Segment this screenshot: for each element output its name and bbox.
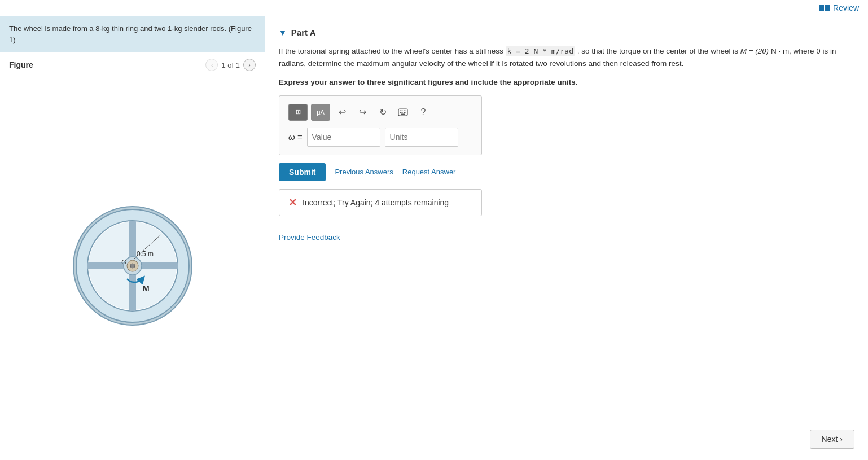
svg-rect-16	[402, 112, 403, 113]
request-answer-link[interactable]: Request Answer	[402, 168, 456, 176]
svg-rect-12	[402, 110, 403, 111]
unit-button[interactable]: μA	[311, 104, 330, 121]
figure-header: Figure ‹ 1 of 1 ›	[9, 59, 256, 71]
redo-button[interactable]: ↪	[354, 104, 371, 121]
svg-rect-11	[400, 110, 401, 111]
figure-section: Figure ‹ 1 of 1 ›	[0, 52, 265, 460]
input-row: ω =	[288, 128, 472, 147]
error-message: Incorrect; Try Again; 4 attempts remaini…	[303, 198, 449, 207]
help-button[interactable]: ?	[415, 104, 432, 121]
error-box: ✕ Incorrect; Try Again; 4 attempts remai…	[279, 189, 482, 216]
right-panel: ▼ Part A If the torsional spring attache…	[265, 16, 868, 460]
svg-rect-17	[404, 112, 405, 113]
matrix-icon: ⊞	[296, 108, 301, 116]
answer-box: ⊞ μA ↩ ↪ ↻	[279, 95, 482, 155]
units-input[interactable]	[385, 128, 458, 147]
instruction-text: Express your answer to three significant…	[279, 78, 578, 86]
center-label: O	[121, 257, 127, 266]
problem-text-box: The wheel is made from a 8-kg thin ring …	[0, 16, 265, 52]
review-label: Review	[833, 3, 859, 12]
review-icon	[819, 5, 830, 11]
undo-button[interactable]: ↩	[334, 104, 350, 121]
figure-nav: ‹ 1 of 1 ›	[205, 59, 256, 71]
figure-next-button[interactable]: ›	[243, 59, 256, 71]
unit-icon: μA	[317, 109, 325, 116]
next-chevron-icon: ›	[840, 435, 843, 444]
torque-formula: M = (2θ)	[740, 47, 769, 55]
wheel-svg: O 0.5 m M	[68, 201, 198, 331]
wheel-diagram: O 0.5 m M	[9, 78, 256, 453]
answer-instruction: Express your answer to three significant…	[279, 76, 854, 89]
stiffness-formula: k = 2 N * m/rad	[506, 46, 575, 56]
problem-description: If the torsional spring attached to the …	[279, 45, 854, 69]
figure-pagination: 1 of 1	[221, 61, 240, 69]
omega-label: ω =	[288, 132, 303, 142]
part-collapse-arrow[interactable]: ▼	[279, 28, 287, 37]
svg-rect-18	[406, 112, 407, 113]
problem-text: The wheel is made from a 8-kg thin ring …	[9, 24, 252, 44]
part-header: ▼ Part A	[279, 28, 854, 37]
next-button[interactable]: Next ›	[810, 430, 854, 449]
svg-rect-14	[406, 110, 407, 111]
svg-rect-19	[401, 113, 405, 115]
help-icon: ?	[421, 107, 426, 117]
svg-rect-13	[404, 110, 405, 111]
torque-label: M	[143, 284, 150, 293]
feedback-link[interactable]: Provide Feedback	[279, 233, 340, 242]
svg-point-8	[130, 264, 135, 268]
svg-rect-15	[400, 112, 401, 113]
error-icon: ✕	[288, 196, 297, 209]
action-row: Submit Previous Answers Request Answer	[279, 163, 854, 181]
reset-button[interactable]: ↻	[374, 104, 391, 121]
previous-answers-link[interactable]: Previous Answers	[335, 168, 393, 176]
submit-button[interactable]: Submit	[279, 163, 326, 181]
next-label: Next	[822, 435, 838, 444]
value-input[interactable]	[307, 128, 380, 147]
part-title: Part A	[291, 28, 316, 37]
toolbar: ⊞ μA ↩ ↪ ↻	[288, 104, 472, 121]
matrix-button[interactable]: ⊞	[288, 104, 308, 121]
bottom-row: Provide Feedback	[279, 233, 854, 242]
figure-label: Figure	[9, 60, 33, 69]
left-panel: The wheel is made from a 8-kg thin ring …	[0, 16, 265, 460]
figure-prev-button[interactable]: ‹	[205, 59, 218, 71]
review-button[interactable]: Review	[819, 3, 859, 12]
keyboard-button[interactable]	[394, 104, 411, 121]
